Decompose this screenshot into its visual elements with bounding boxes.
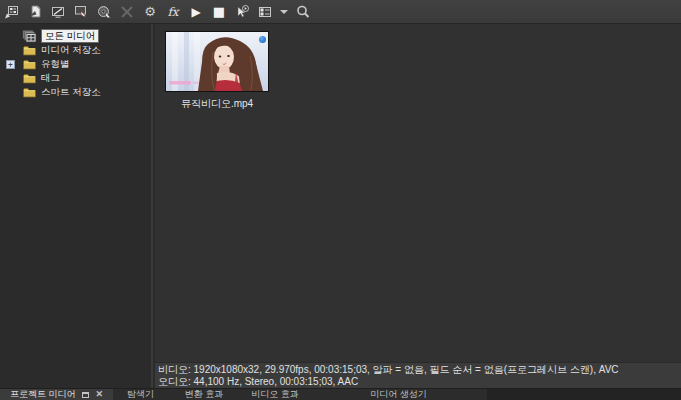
tab-label: 탐색기 xyxy=(127,388,154,400)
import-media-button[interactable] xyxy=(25,2,45,22)
media-thumbnail-list: 뮤직비디오.mp4 비디오: 1920x1080x32, 29.970fps, … xyxy=(155,24,681,388)
new-bin-grid-pencil-icon xyxy=(4,4,20,20)
media-usage-indicator-dot xyxy=(259,36,266,43)
tree-item-all-media[interactable]: 모든 미디어 xyxy=(0,29,151,43)
tree-item-by-type[interactable]: + 유형별 xyxy=(0,57,151,71)
media-properties-button[interactable]: ⚙ xyxy=(140,2,160,22)
search-magnifier-icon xyxy=(295,4,311,20)
start-preview-button[interactable]: ▶ xyxy=(186,2,206,22)
folder-icon xyxy=(22,86,37,99)
media-bins-tree: 모든 미디어 미디어 저장소 + 유형별 xyxy=(0,24,153,388)
expand-plus-icon[interactable]: + xyxy=(6,60,15,69)
media-thumbnail[interactable] xyxy=(165,31,269,92)
auto-preview-button[interactable] xyxy=(232,2,252,22)
remove-media-button[interactable] xyxy=(117,2,137,22)
tree-item-label: 모든 미디어 xyxy=(41,29,99,43)
tab-label: 비디오 효과 xyxy=(251,388,299,400)
tab-media-generators[interactable]: 미디어 생성기 xyxy=(310,389,487,400)
media-filename: 뮤직비디오.mp4 xyxy=(165,97,269,111)
stop-preview-icon: ■ xyxy=(213,5,225,18)
views-dropdown-caret-icon xyxy=(280,10,288,14)
tree-item-tags[interactable]: 태그 xyxy=(0,71,151,85)
video-frame-preview xyxy=(166,32,268,91)
tabbar-empty-area xyxy=(487,389,681,400)
media-fx-icon: fx xyxy=(167,5,178,19)
tab-transitions[interactable]: 변환 효과 xyxy=(168,389,240,400)
stop-preview-button[interactable]: ■ xyxy=(209,2,229,22)
tree-item-label: 태그 xyxy=(41,72,60,84)
extract-audio-monitor-arrow-icon xyxy=(73,4,89,20)
window-dock-tabbar: 프로젝트 미디어 ✕ 탐색기 변환 효과 비디오 효과 미디어 생성기 xyxy=(0,388,681,400)
folder-icon xyxy=(22,72,37,85)
status-video-line: 비디오: 1920x1080x32, 29.970fps, 00:03:15;0… xyxy=(158,364,681,376)
tab-label: 변환 효과 xyxy=(185,388,224,400)
status-audio-line: 오디오: 44,100 Hz, Stereo, 00:03:15;03, AAC xyxy=(158,376,681,388)
tree-item-label: 유형별 xyxy=(41,58,70,70)
project-media-toolbar: ⚙ fx ▶ ■ xyxy=(0,0,681,24)
folder-icon xyxy=(22,58,37,71)
media-item[interactable]: 뮤직비디오.mp4 xyxy=(165,31,269,111)
views-dropdown-button[interactable] xyxy=(278,2,290,22)
window-restore-icon[interactable] xyxy=(82,392,89,398)
tree-item-media-bins[interactable]: 미디어 저장소 xyxy=(0,43,151,57)
capture-video-button[interactable] xyxy=(48,2,68,22)
tab-label: 미디어 생성기 xyxy=(370,388,427,400)
remove-media-x-icon xyxy=(120,5,134,19)
media-fx-button[interactable]: fx xyxy=(163,2,183,22)
auto-preview-cursor-icon xyxy=(234,4,250,20)
views-button[interactable] xyxy=(255,2,275,22)
new-bin-button[interactable] xyxy=(2,2,22,22)
import-media-document-icon xyxy=(27,4,43,20)
get-media-from-web-button[interactable] xyxy=(94,2,114,22)
start-preview-play-icon: ▶ xyxy=(191,6,200,18)
tree-item-smart-bins[interactable]: 스마트 저장소 xyxy=(0,85,151,99)
folder-icon xyxy=(22,44,37,57)
extract-audio-cd-button[interactable] xyxy=(71,2,91,22)
tree-item-label: 스마트 저장소 xyxy=(41,86,101,98)
all-media-stack-icon xyxy=(22,30,37,43)
tab-video-fx[interactable]: 비디오 효과 xyxy=(240,389,310,400)
tab-explorer[interactable]: 탐색기 xyxy=(113,389,168,400)
tab-project-media[interactable]: 프로젝트 미디어 ✕ xyxy=(0,389,113,400)
tree-item-label: 미디어 저장소 xyxy=(41,44,101,56)
search-media-bins-button[interactable] xyxy=(293,2,313,22)
views-grid-icon xyxy=(257,4,273,20)
media-properties-gear-icon: ⚙ xyxy=(144,5,156,18)
tab-label: 프로젝트 미디어 xyxy=(10,388,76,400)
project-media-panel: ⚙ fx ▶ ■ xyxy=(0,0,681,400)
get-media-from-web-disc-icon xyxy=(96,4,112,20)
window-close-icon[interactable]: ✕ xyxy=(95,390,103,399)
media-info-status-bar: 비디오: 1920x1080x32, 29.970fps, 00:03:15;0… xyxy=(155,362,681,388)
capture-video-monitor-icon xyxy=(50,4,66,20)
